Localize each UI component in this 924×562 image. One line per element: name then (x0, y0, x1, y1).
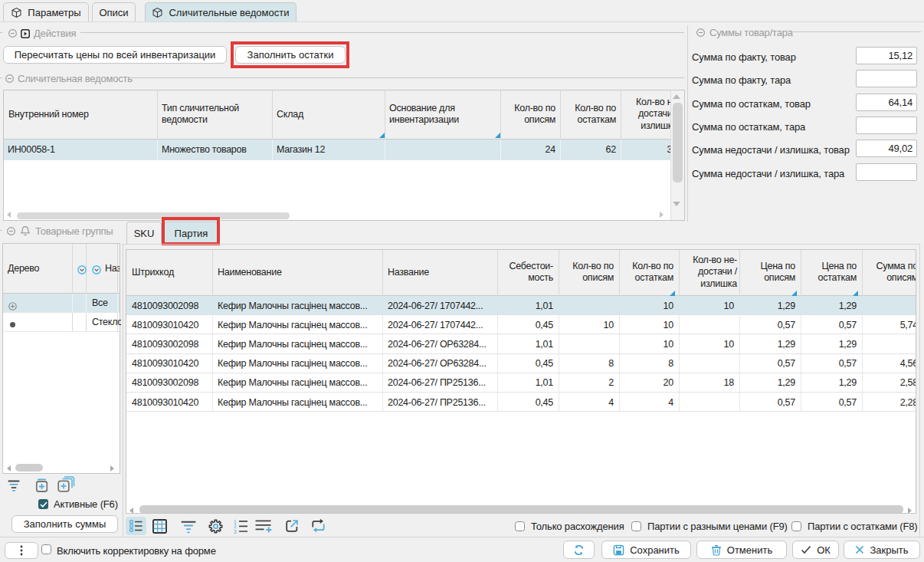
svg-text:3: 3 (234, 529, 237, 534)
